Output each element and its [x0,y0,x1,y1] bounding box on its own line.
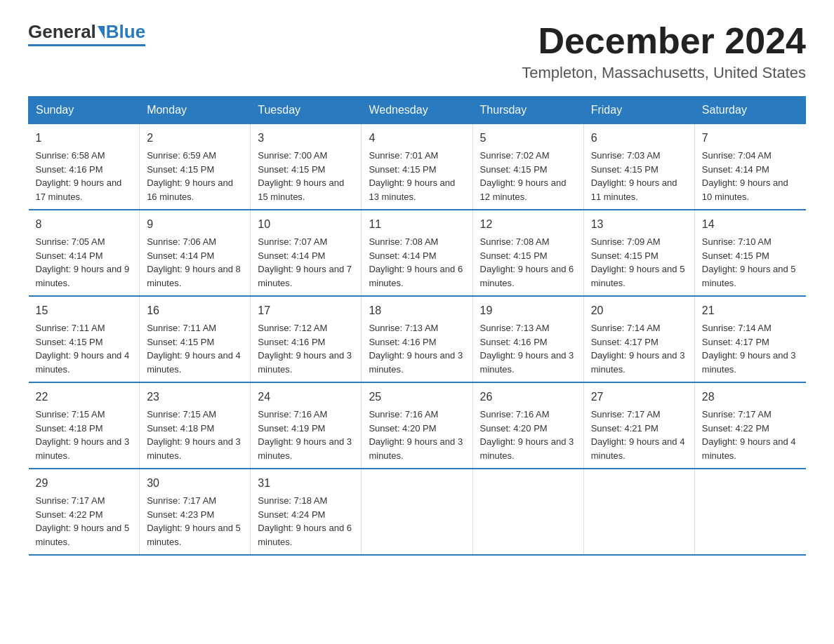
calendar-cell: 21Sunrise: 7:14 AMSunset: 4:17 PMDayligh… [694,296,805,382]
calendar-cell: 24Sunrise: 7:16 AMSunset: 4:19 PMDayligh… [251,382,362,469]
day-info: Sunrise: 7:14 AMSunset: 4:17 PMDaylight:… [702,323,796,375]
day-info: Sunrise: 7:00 AMSunset: 4:15 PMDaylight:… [258,150,344,202]
day-info: Sunrise: 6:59 AMSunset: 4:15 PMDaylight:… [147,150,233,202]
calendar-cell: 2Sunrise: 6:59 AMSunset: 4:15 PMDaylight… [140,124,251,210]
location-subtitle: Templeton, Massachusetts, United States [522,64,806,82]
day-number: 8 [36,216,133,233]
logo-general-text: General [28,21,96,43]
day-info: Sunrise: 7:11 AMSunset: 4:15 PMDaylight:… [147,323,241,375]
calendar-cell [362,469,472,555]
calendar-table: SundayMondayTuesdayWednesdayThursdayFrid… [28,96,806,556]
day-number: 7 [702,130,799,147]
calendar-cell: 25Sunrise: 7:16 AMSunset: 4:20 PMDayligh… [362,382,472,469]
day-info: Sunrise: 7:15 AMSunset: 4:18 PMDaylight:… [36,409,130,461]
day-number: 10 [258,216,354,233]
day-number: 21 [702,302,799,319]
day-number: 4 [369,130,465,147]
logo-triangle-icon [98,26,105,39]
calendar-week-row: 29Sunrise: 7:17 AMSunset: 4:22 PMDayligh… [29,469,806,555]
calendar-cell: 7Sunrise: 7:04 AMSunset: 4:14 PMDaylight… [694,124,805,210]
day-number: 17 [258,302,354,319]
header-monday: Monday [140,97,251,124]
day-info: Sunrise: 7:16 AMSunset: 4:20 PMDaylight:… [369,409,463,461]
calendar-cell: 13Sunrise: 7:09 AMSunset: 4:15 PMDayligh… [583,210,694,296]
day-info: Sunrise: 7:14 AMSunset: 4:17 PMDaylight:… [591,323,685,375]
calendar-cell: 5Sunrise: 7:02 AMSunset: 4:15 PMDaylight… [472,124,583,210]
day-info: Sunrise: 7:07 AMSunset: 4:14 PMDaylight:… [258,236,352,288]
day-number: 28 [702,389,799,405]
calendar-cell: 18Sunrise: 7:13 AMSunset: 4:16 PMDayligh… [362,296,472,382]
day-info: Sunrise: 7:13 AMSunset: 4:16 PMDaylight:… [369,323,463,375]
day-number: 9 [147,216,243,233]
calendar-week-row: 15Sunrise: 7:11 AMSunset: 4:15 PMDayligh… [29,296,806,382]
day-info: Sunrise: 7:08 AMSunset: 4:14 PMDaylight:… [369,236,463,288]
day-number: 18 [369,302,465,319]
logo-underline [28,44,145,46]
day-number: 29 [36,475,133,492]
day-number: 30 [147,475,243,492]
day-number: 13 [591,216,687,233]
calendar-cell: 15Sunrise: 7:11 AMSunset: 4:15 PMDayligh… [29,296,140,382]
day-number: 15 [36,302,133,319]
calendar-cell: 17Sunrise: 7:12 AMSunset: 4:16 PMDayligh… [251,296,362,382]
calendar-cell: 22Sunrise: 7:15 AMSunset: 4:18 PMDayligh… [29,382,140,469]
header-saturday: Saturday [694,97,805,124]
day-info: Sunrise: 6:58 AMSunset: 4:16 PMDaylight:… [36,150,122,202]
calendar-cell: 29Sunrise: 7:17 AMSunset: 4:22 PMDayligh… [29,469,140,555]
day-number: 6 [591,130,687,147]
calendar-cell: 28Sunrise: 7:17 AMSunset: 4:22 PMDayligh… [694,382,805,469]
day-info: Sunrise: 7:09 AMSunset: 4:15 PMDaylight:… [591,236,685,288]
day-number: 20 [591,302,687,319]
day-number: 19 [480,302,576,319]
header-thursday: Thursday [472,97,583,124]
day-number: 23 [147,389,243,405]
calendar-cell: 20Sunrise: 7:14 AMSunset: 4:17 PMDayligh… [583,296,694,382]
calendar-cell: 14Sunrise: 7:10 AMSunset: 4:15 PMDayligh… [694,210,805,296]
calendar-cell: 30Sunrise: 7:17 AMSunset: 4:23 PMDayligh… [140,469,251,555]
calendar-cell: 9Sunrise: 7:06 AMSunset: 4:14 PMDaylight… [140,210,251,296]
logo: General Blue [28,21,145,46]
day-info: Sunrise: 7:12 AMSunset: 4:16 PMDaylight:… [258,323,352,375]
calendar-cell [583,469,694,555]
calendar-cell: 19Sunrise: 7:13 AMSunset: 4:16 PMDayligh… [472,296,583,382]
logo-blue-text: Blue [106,21,145,43]
calendar-cell: 4Sunrise: 7:01 AMSunset: 4:15 PMDaylight… [362,124,472,210]
day-info: Sunrise: 7:17 AMSunset: 4:22 PMDaylight:… [702,409,796,461]
day-info: Sunrise: 7:11 AMSunset: 4:15 PMDaylight:… [36,323,130,375]
calendar-cell: 27Sunrise: 7:17 AMSunset: 4:21 PMDayligh… [583,382,694,469]
calendar-cell: 26Sunrise: 7:16 AMSunset: 4:20 PMDayligh… [472,382,583,469]
day-number: 3 [258,130,354,147]
day-info: Sunrise: 7:15 AMSunset: 4:18 PMDaylight:… [147,409,241,461]
day-info: Sunrise: 7:16 AMSunset: 4:20 PMDaylight:… [480,409,574,461]
calendar-cell: 12Sunrise: 7:08 AMSunset: 4:15 PMDayligh… [472,210,583,296]
header-sunday: Sunday [29,97,140,124]
day-info: Sunrise: 7:13 AMSunset: 4:16 PMDaylight:… [480,323,574,375]
page-header: General Blue December 2024 Templeton, Ma… [28,21,806,82]
day-info: Sunrise: 7:18 AMSunset: 4:24 PMDaylight:… [258,495,352,547]
day-info: Sunrise: 7:08 AMSunset: 4:15 PMDaylight:… [480,236,574,288]
day-number: 1 [36,130,133,147]
day-number: 25 [369,389,465,405]
calendar-cell [694,469,805,555]
day-info: Sunrise: 7:04 AMSunset: 4:14 PMDaylight:… [702,150,788,202]
day-number: 22 [36,389,133,405]
day-info: Sunrise: 7:06 AMSunset: 4:14 PMDaylight:… [147,236,241,288]
calendar-cell: 11Sunrise: 7:08 AMSunset: 4:14 PMDayligh… [362,210,472,296]
day-info: Sunrise: 7:16 AMSunset: 4:19 PMDaylight:… [258,409,352,461]
calendar-title-area: December 2024 Templeton, Massachusetts, … [522,21,806,82]
day-info: Sunrise: 7:01 AMSunset: 4:15 PMDaylight:… [369,150,455,202]
day-number: 26 [480,389,576,405]
calendar-cell [472,469,583,555]
day-number: 11 [369,216,465,233]
day-info: Sunrise: 7:05 AMSunset: 4:14 PMDaylight:… [36,236,130,288]
calendar-header-row: SundayMondayTuesdayWednesdayThursdayFrid… [29,97,806,124]
day-info: Sunrise: 7:10 AMSunset: 4:15 PMDaylight:… [702,236,796,288]
calendar-cell: 16Sunrise: 7:11 AMSunset: 4:15 PMDayligh… [140,296,251,382]
day-info: Sunrise: 7:03 AMSunset: 4:15 PMDaylight:… [591,150,677,202]
calendar-week-row: 8Sunrise: 7:05 AMSunset: 4:14 PMDaylight… [29,210,806,296]
day-info: Sunrise: 7:17 AMSunset: 4:22 PMDaylight:… [36,495,130,547]
day-info: Sunrise: 7:02 AMSunset: 4:15 PMDaylight:… [480,150,567,202]
calendar-cell: 23Sunrise: 7:15 AMSunset: 4:18 PMDayligh… [140,382,251,469]
day-number: 16 [147,302,243,319]
calendar-cell: 3Sunrise: 7:00 AMSunset: 4:15 PMDaylight… [251,124,362,210]
